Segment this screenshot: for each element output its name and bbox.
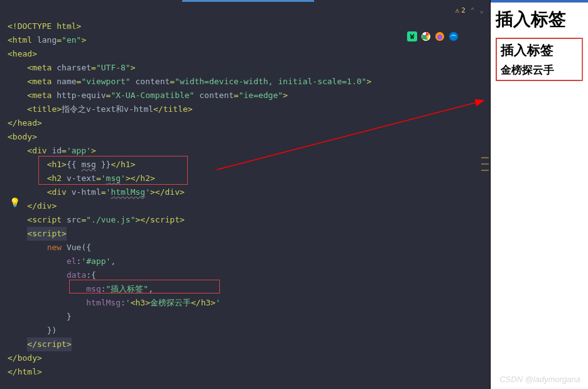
minimap-mark[interactable] bbox=[481, 163, 489, 165]
highlight-box-vtext-vhtml bbox=[38, 156, 188, 185]
watermark: CSDN @ladymorgana bbox=[499, 375, 580, 384]
preview-heading-3: 金榜探云手 bbox=[501, 63, 578, 77]
lightbulb-icon[interactable]: 💡 bbox=[9, 197, 20, 207]
code-line[interactable]: </html> bbox=[0, 365, 490, 379]
preview-heading-1: 插入标签 bbox=[496, 8, 583, 31]
preview-highlight-box: 插入标签 金榜探云手 bbox=[496, 38, 583, 81]
code-line[interactable]: <meta name="viewport" content="width=dev… bbox=[0, 75, 490, 89]
preview-pane: 插入标签 插入标签 金榜探云手 bbox=[490, 0, 588, 389]
preview-content: 插入标签 插入标签 金榜探云手 bbox=[491, 3, 588, 86]
code-line[interactable]: <html lang="en"> bbox=[0, 33, 490, 47]
preview-heading-2: 插入标签 bbox=[501, 41, 578, 59]
code-line[interactable]: <!DOCTYPE html> bbox=[0, 19, 490, 33]
minimap-mark[interactable] bbox=[481, 170, 489, 171]
code-area[interactable]: <!DOCTYPE html> <html lang="en"> <head> … bbox=[0, 2, 490, 379]
code-line[interactable]: new Vue({ bbox=[0, 241, 490, 255]
highlight-box-htmlmsg bbox=[69, 280, 220, 293]
code-line[interactable]: <body> bbox=[0, 130, 490, 144]
code-line[interactable]: el:'#app', bbox=[0, 255, 490, 268]
editor-pane[interactable]: ⚠ 2 ⌃ ⌄ W <!DOCTYPE html> <html lang="en… bbox=[0, 0, 490, 389]
code-line[interactable]: </head> bbox=[0, 116, 490, 130]
code-line[interactable]: <title>指令之v-text和v-html</title> bbox=[0, 102, 490, 116]
code-line[interactable]: } bbox=[0, 310, 490, 324]
code-line[interactable]: <script> bbox=[0, 227, 490, 241]
code-line[interactable]: htmlMsg:'<h3>金榜探云手</h3>' bbox=[0, 296, 490, 310]
scrollbar-vertical[interactable] bbox=[580, 3, 588, 128]
code-line[interactable]: <div v-html='htmlMsg'></div> bbox=[0, 185, 490, 199]
code-line[interactable]: <meta charset="UTF-8"> bbox=[0, 61, 490, 75]
code-line[interactable]: <head> bbox=[0, 47, 490, 61]
code-line[interactable]: }) bbox=[0, 324, 490, 337]
code-line[interactable]: </div> bbox=[0, 199, 490, 213]
minimap-mark[interactable] bbox=[481, 157, 489, 158]
code-line[interactable]: </body> bbox=[0, 351, 490, 365]
code-line[interactable]: <meta http-equiv="X-UA-Compatible" conte… bbox=[0, 89, 490, 102]
minimap-marks bbox=[481, 157, 489, 176]
code-line[interactable]: <script src="./vue.js"></script> bbox=[0, 213, 490, 227]
code-line[interactable]: </script> bbox=[0, 337, 490, 351]
